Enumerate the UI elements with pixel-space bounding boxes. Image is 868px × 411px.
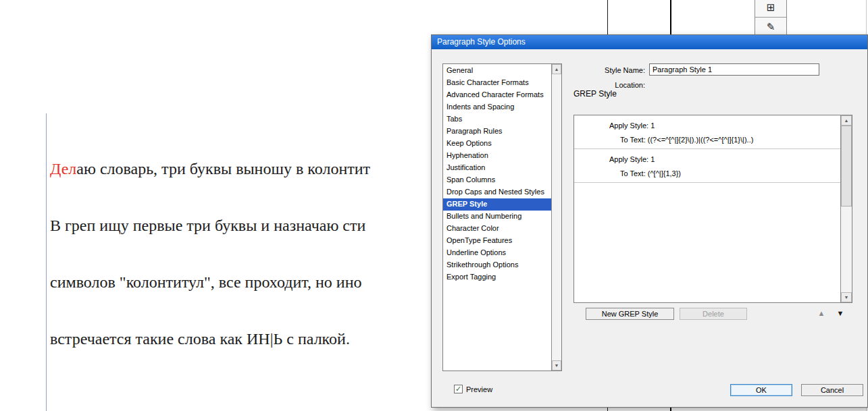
body-text: символов "колонтитул", все проходит, но … xyxy=(50,273,362,291)
paragraph-spacer xyxy=(50,386,370,411)
document-text-line: встречается такие слова как ИН|Ь с палко… xyxy=(50,329,370,348)
sidebar-item-grep-style[interactable]: GREP Style xyxy=(443,198,551,211)
scrollbar-track[interactable] xyxy=(841,126,852,292)
grep-rule-row[interactable]: Apply Style: 1 To Text: ((?<=^[^|]{2}\|)… xyxy=(574,115,840,149)
document-text-line: символов "колонтитул", все проходит, но … xyxy=(50,273,370,292)
sidebar-item-general[interactable]: General xyxy=(443,65,551,77)
document-text-line: Делаю словарь, три буквы выношу в колонт… xyxy=(50,159,370,178)
grep-styled-text: Дел xyxy=(50,160,76,177)
preview-checkbox[interactable]: ✓ xyxy=(454,385,463,393)
paragraph-style-options-dialog: Paragraph Style Options General Basic Ch… xyxy=(431,34,868,408)
style-name-label: Style Name: xyxy=(544,66,645,74)
grep-to-text[interactable]: To Text: ((?<=^[^|]{2}\|).)|((?<=^[^|]{1… xyxy=(574,133,840,147)
checkmark-icon: ✓ xyxy=(455,385,461,393)
grep-box-scrollbar[interactable]: ▲ ▼ xyxy=(840,115,852,302)
style-category-list: General Basic Character Formats Advanced… xyxy=(442,63,562,371)
tool-button-bottom[interactable]: ✎ xyxy=(755,18,786,36)
grep-rule-row[interactable]: Apply Style: 1 To Text: (^[^|]{1,3}) xyxy=(574,149,840,183)
move-down-button[interactable]: ▼ xyxy=(834,307,846,319)
text-frame-edge xyxy=(46,113,47,411)
sidebar-item-basic-character-formats[interactable]: Basic Character Formats xyxy=(443,77,551,89)
sidebar-item-strikethrough-options[interactable]: Strikethrough Options xyxy=(443,259,551,271)
style-name-input[interactable] xyxy=(649,63,819,76)
ok-button[interactable]: OK xyxy=(730,384,792,396)
pen-tool-icon: ✎ xyxy=(767,21,775,33)
sidebar-item-indents-and-spacing[interactable]: Indents and Spacing xyxy=(443,101,551,113)
scroll-down-icon[interactable]: ▼ xyxy=(552,360,561,371)
preview-label: Preview xyxy=(466,385,492,393)
scrollbar-track[interactable] xyxy=(552,74,561,360)
new-grep-style-button[interactable]: New GREP Style xyxy=(586,308,674,320)
sidebar-item-keep-options[interactable]: Keep Options xyxy=(443,138,551,150)
sidebar-item-hyphenation[interactable]: Hyphenation xyxy=(443,150,551,162)
body-text: встречается такие слова как ИН|Ь с палко… xyxy=(50,330,350,348)
grep-style-section-title: GREP Style xyxy=(573,89,617,99)
grep-to-text[interactable]: To Text: (^[^|]{1,3}) xyxy=(574,167,840,181)
sidebar-item-underline-options[interactable]: Underline Options xyxy=(443,247,551,259)
preview-option: ✓ Preview xyxy=(454,385,492,393)
sidebar-item-advanced-character-formats[interactable]: Advanced Character Formats xyxy=(443,89,551,101)
grep-apply-style[interactable]: Apply Style: 1 xyxy=(574,153,840,167)
scroll-up-icon[interactable]: ▲ xyxy=(841,115,852,126)
sidebar-item-character-color[interactable]: Character Color xyxy=(443,223,551,235)
sidebar-item-paragraph-rules[interactable]: Paragraph Rules xyxy=(443,126,551,138)
move-up-button[interactable]: ▲ xyxy=(815,307,827,319)
sidebar-item-opentype-features[interactable]: OpenType Features xyxy=(443,235,551,247)
document-text-frame[interactable]: Делаю словарь, три буквы выношу в колонт… xyxy=(50,121,370,411)
dialog-titlebar[interactable]: Paragraph Style Options xyxy=(432,35,867,49)
body-text: аю словарь, три буквы выношу в колонтит xyxy=(76,160,370,177)
sidebar-item-tabs[interactable]: Tabs xyxy=(443,113,551,126)
tools-panel: ⊞ ✎ xyxy=(755,0,787,37)
scroll-down-icon[interactable]: ▼ xyxy=(841,292,852,302)
location-label: Location: xyxy=(544,81,645,89)
delete-button[interactable]: Delete xyxy=(680,308,747,320)
sidebar-item-justification[interactable]: Justification xyxy=(443,162,551,174)
sidebar-item-export-tagging[interactable]: Export Tagging xyxy=(443,271,551,283)
grep-rules-box: Apply Style: 1 To Text: ((?<=^[^|]{2}\|)… xyxy=(573,115,852,303)
sidebar-item-drop-caps-nested-styles[interactable]: Drop Caps and Nested Styles xyxy=(443,186,551,198)
document-text-line: В греп ищу первые три буквы и назначаю с… xyxy=(50,216,370,235)
scrollbar-thumb[interactable] xyxy=(841,126,852,207)
sidebar-item-bullets-and-numbering[interactable]: Bullets and Numbering xyxy=(443,211,551,223)
sidebar-item-span-columns[interactable]: Span Columns xyxy=(443,174,551,186)
cancel-button[interactable]: Cancel xyxy=(801,384,863,396)
body-text: В греп ищу первые три буквы и назначаю с… xyxy=(50,217,365,234)
dialog-title: Paragraph Style Options xyxy=(437,37,526,47)
category-list-scrollbar[interactable]: ▲ ▼ xyxy=(551,64,561,371)
transform-tool-icon: ⊞ xyxy=(767,1,775,13)
tool-button-top[interactable]: ⊞ xyxy=(755,0,786,18)
grep-apply-style[interactable]: Apply Style: 1 xyxy=(574,119,840,133)
